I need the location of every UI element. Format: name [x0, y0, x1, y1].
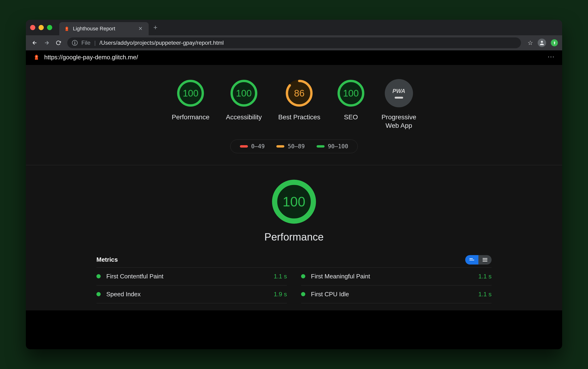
- tested-url: https://google-pay-demo.glitch.me/: [44, 54, 138, 61]
- gauge-score: 100: [176, 79, 205, 107]
- site-info-icon[interactable]: i: [72, 40, 78, 46]
- browser-window: Lighthouse Report ✕ + i File | /Users/ad…: [26, 20, 562, 349]
- legend-range: 0–49: [251, 143, 265, 150]
- bookmark-star-icon[interactable]: ☆: [528, 39, 533, 47]
- metrics-block: Metrics First Contentful Paint1.1 sFirst…: [96, 252, 492, 303]
- status-dot-pass: [301, 292, 305, 296]
- view-toggle-simple[interactable]: [465, 255, 478, 265]
- gauge-ring: 100: [337, 79, 365, 107]
- new-tab-button[interactable]: +: [153, 23, 158, 31]
- url-scheme: File: [81, 40, 90, 46]
- address-bar[interactable]: i File | /Users/addyo/projects/puppeteer…: [67, 37, 521, 48]
- legend-fail: 0–49: [240, 143, 265, 150]
- gauge-label: ProgressiveWeb App: [381, 113, 416, 130]
- legend-pass: 90–100: [317, 143, 348, 150]
- view-toggle-detailed[interactable]: [478, 255, 492, 265]
- reload-button[interactable]: [54, 38, 63, 48]
- metric-value: 1.9 s: [274, 291, 287, 298]
- extension-badge[interactable]: ⬆: [551, 39, 558, 46]
- metric-row[interactable]: First Contentful Paint1.1 s: [96, 267, 287, 286]
- gauge-performance[interactable]: 100Performance: [172, 79, 209, 130]
- legend-bar-green: [317, 145, 325, 148]
- url-path: /Users/addyo/projects/puppeteer-gpay/rep…: [100, 40, 224, 46]
- gauge-label: Accessibility: [226, 113, 262, 122]
- lighthouse-icon: [64, 26, 70, 31]
- svg-point-0: [541, 41, 543, 43]
- metric-name: First Contentful Paint: [106, 273, 274, 280]
- metric-name: Speed Index: [106, 291, 274, 298]
- legend-avg: 50–89: [276, 143, 305, 150]
- metric-name: First CPU Idle: [311, 291, 478, 298]
- gauge-ring: 100: [176, 79, 205, 107]
- metrics-view-toggle: [465, 255, 492, 265]
- metric-name: First Meaningful Paint: [311, 273, 478, 280]
- legend-bar-orange: [276, 145, 284, 148]
- metric-row[interactable]: First Meaningful Paint1.1 s: [301, 267, 492, 286]
- score-legend: 0–49 50–89 90–100: [230, 140, 358, 153]
- window-controls: [30, 25, 52, 30]
- gauge-best-practices[interactable]: 86Best Practices: [278, 79, 320, 130]
- score-gauges-row: 100Performance100Accessibility86Best Pra…: [26, 74, 562, 140]
- report-header-bar: https://google-pay-demo.glitch.me/ ⋮: [26, 50, 562, 64]
- url-separator: |: [94, 40, 96, 46]
- legend-range: 50–89: [288, 143, 305, 150]
- metrics-grid: First Contentful Paint1.1 sFirst Meaning…: [96, 267, 492, 303]
- page-content: https://google-pay-demo.glitch.me/ ⋮ 100…: [26, 50, 562, 349]
- gauge-progressive-web-app[interactable]: P⁠WAProgressiveWeb App: [381, 79, 416, 130]
- gauge-score: 86: [285, 79, 313, 107]
- pwa-status-bar: [395, 97, 403, 99]
- gauge-accessibility[interactable]: 100Accessibility: [226, 79, 262, 130]
- performance-big-gauge: 100: [272, 179, 316, 224]
- status-dot-pass: [96, 274, 101, 278]
- metric-value: 1.1 s: [274, 273, 287, 280]
- legend-bar-red: [240, 145, 248, 148]
- window-fullscreen-button[interactable]: [47, 25, 52, 30]
- browser-tab[interactable]: Lighthouse Report ✕: [59, 22, 149, 35]
- gauge-label: Best Practices: [278, 113, 320, 122]
- pwa-icon: P⁠WA: [393, 88, 406, 94]
- performance-score: 100: [272, 179, 316, 224]
- metric-value: 1.1 s: [478, 273, 492, 280]
- gauge-label: Performance: [172, 113, 209, 122]
- lighthouse-report: 100Performance100Accessibility86Best Pra…: [26, 65, 562, 310]
- metric-row[interactable]: Speed Index1.9 s: [96, 286, 287, 303]
- lighthouse-icon: [33, 54, 40, 61]
- performance-section: 100 Performance Metrics: [26, 165, 562, 310]
- status-dot-pass: [301, 274, 305, 278]
- gauge-seo[interactable]: 100SEO: [337, 79, 365, 130]
- window-close-button[interactable]: [30, 25, 35, 30]
- legend-range: 90–100: [328, 143, 348, 150]
- browser-toolbar: i File | /Users/addyo/projects/puppeteer…: [26, 35, 562, 50]
- gauge-score: 100: [337, 79, 365, 107]
- gauge-ring: 86: [285, 79, 313, 107]
- status-dot-pass: [96, 292, 101, 296]
- back-button[interactable]: [30, 38, 40, 48]
- metric-value: 1.1 s: [478, 291, 492, 298]
- report-menu-button[interactable]: ⋮: [547, 54, 555, 61]
- tab-close-button[interactable]: ✕: [137, 26, 144, 32]
- pwa-badge: P⁠WA: [385, 79, 413, 107]
- profile-avatar-button[interactable]: [538, 39, 546, 47]
- section-title: Performance: [264, 231, 324, 243]
- gauge-ring: 100: [230, 79, 258, 107]
- window-minimize-button[interactable]: [39, 25, 44, 30]
- tab-strip: Lighthouse Report ✕ +: [26, 20, 562, 35]
- gauge-score: 100: [230, 79, 258, 107]
- tab-title: Lighthouse Report: [73, 26, 134, 32]
- forward-button[interactable]: [42, 38, 51, 48]
- metric-row[interactable]: First CPU Idle1.1 s: [301, 286, 492, 303]
- metrics-heading: Metrics: [96, 256, 118, 263]
- gauge-label: SEO: [344, 113, 358, 122]
